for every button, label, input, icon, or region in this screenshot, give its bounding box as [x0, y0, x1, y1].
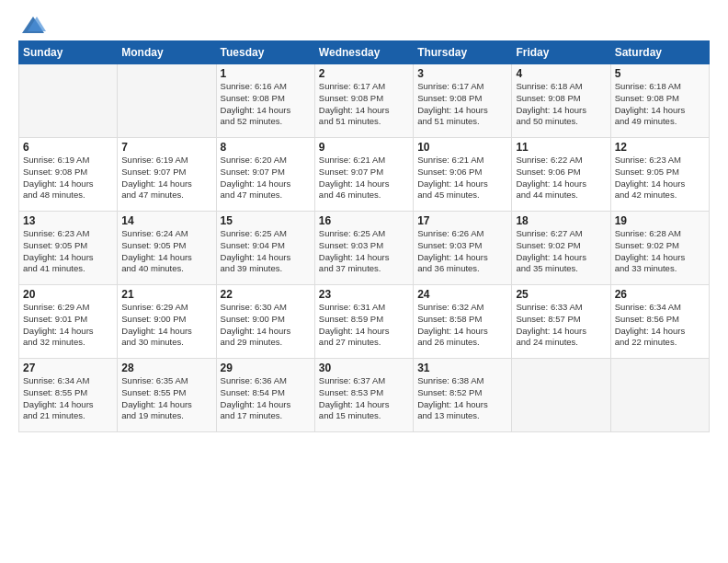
day-number: 14 — [121, 214, 211, 227]
day-number: 2 — [319, 67, 409, 80]
day-info: Sunrise: 6:18 AM Sunset: 9:08 PM Dayligh… — [516, 81, 606, 128]
calendar-day-cell: 13Sunrise: 6:23 AM Sunset: 9:05 PM Dayli… — [19, 212, 118, 285]
day-number: 27 — [23, 362, 113, 374]
calendar-day-cell: 19Sunrise: 6:28 AM Sunset: 9:02 PM Dayli… — [610, 212, 709, 285]
calendar-day-cell: 1Sunrise: 6:16 AM Sunset: 9:08 PM Daylig… — [216, 64, 314, 138]
day-number: 5 — [615, 67, 705, 80]
day-number: 9 — [319, 141, 409, 154]
day-info: Sunrise: 6:19 AM Sunset: 9:08 PM Dayligh… — [23, 155, 113, 201]
calendar-day-cell: 5Sunrise: 6:18 AM Sunset: 9:08 PM Daylig… — [610, 64, 709, 138]
weekday-header: Sunday — [19, 41, 118, 64]
day-info: Sunrise: 6:21 AM Sunset: 9:06 PM Dayligh… — [417, 155, 507, 201]
calendar-day-cell: 12Sunrise: 6:23 AM Sunset: 9:05 PM Dayli… — [610, 138, 709, 212]
day-info: Sunrise: 6:33 AM Sunset: 8:57 PM Dayligh… — [516, 302, 606, 349]
day-info: Sunrise: 6:37 AM Sunset: 8:53 PM Dayligh… — [319, 375, 409, 422]
calendar-week-row: 6Sunrise: 6:19 AM Sunset: 9:08 PM Daylig… — [19, 138, 710, 212]
day-number: 6 — [23, 141, 113, 154]
day-number: 28 — [121, 362, 211, 374]
calendar-day-cell: 10Sunrise: 6:21 AM Sunset: 9:06 PM Dayli… — [414, 138, 512, 212]
day-number: 17 — [417, 214, 507, 227]
day-info: Sunrise: 6:17 AM Sunset: 9:08 PM Dayligh… — [319, 81, 409, 128]
calendar-day-cell: 24Sunrise: 6:32 AM Sunset: 8:58 PM Dayli… — [414, 285, 512, 359]
day-number: 31 — [417, 362, 507, 374]
calendar-day-cell: 29Sunrise: 6:36 AM Sunset: 8:54 PM Dayli… — [216, 359, 314, 432]
day-info: Sunrise: 6:31 AM Sunset: 8:59 PM Dayligh… — [319, 302, 409, 349]
calendar-day-cell: 22Sunrise: 6:30 AM Sunset: 9:00 PM Dayli… — [216, 285, 314, 359]
day-info: Sunrise: 6:24 AM Sunset: 9:05 PM Dayligh… — [121, 228, 211, 275]
day-number: 13 — [23, 214, 113, 227]
calendar-day-cell: 26Sunrise: 6:34 AM Sunset: 8:56 PM Dayli… — [610, 285, 709, 359]
calendar-day-cell: 6Sunrise: 6:19 AM Sunset: 9:08 PM Daylig… — [19, 138, 118, 212]
day-info: Sunrise: 6:38 AM Sunset: 8:52 PM Dayligh… — [417, 375, 507, 422]
calendar-day-cell: 14Sunrise: 6:24 AM Sunset: 9:05 PM Dayli… — [118, 212, 216, 285]
calendar-day-cell: 2Sunrise: 6:17 AM Sunset: 9:08 PM Daylig… — [314, 64, 413, 138]
calendar-day-cell: 7Sunrise: 6:19 AM Sunset: 9:07 PM Daylig… — [118, 138, 216, 212]
weekday-header: Thursday — [414, 41, 512, 64]
calendar-day-cell: 8Sunrise: 6:20 AM Sunset: 9:07 PM Daylig… — [216, 138, 314, 212]
weekday-header: Tuesday — [216, 41, 314, 64]
day-info: Sunrise: 6:36 AM Sunset: 8:54 PM Dayligh… — [221, 375, 311, 422]
page-header — [18, 15, 710, 31]
day-info: Sunrise: 6:30 AM Sunset: 9:00 PM Dayligh… — [221, 302, 311, 349]
day-number: 8 — [221, 141, 311, 154]
calendar-day-cell: 4Sunrise: 6:18 AM Sunset: 9:08 PM Daylig… — [512, 64, 610, 138]
day-info: Sunrise: 6:35 AM Sunset: 8:55 PM Dayligh… — [121, 375, 211, 422]
day-number: 24 — [417, 288, 507, 301]
calendar-week-row: 1Sunrise: 6:16 AM Sunset: 9:08 PM Daylig… — [19, 64, 710, 138]
day-info: Sunrise: 6:19 AM Sunset: 9:07 PM Dayligh… — [121, 155, 211, 201]
calendar-day-cell: 30Sunrise: 6:37 AM Sunset: 8:53 PM Dayli… — [314, 359, 413, 432]
day-number: 21 — [121, 288, 211, 301]
calendar-day-cell — [512, 359, 610, 432]
day-info: Sunrise: 6:22 AM Sunset: 9:06 PM Dayligh… — [516, 155, 606, 201]
day-info: Sunrise: 6:16 AM Sunset: 9:08 PM Dayligh… — [221, 81, 311, 128]
calendar-header-row: SundayMondayTuesdayWednesdayThursdayFrid… — [19, 41, 710, 64]
day-number: 10 — [417, 141, 507, 154]
page-container: SundayMondayTuesdayWednesdayThursdayFrid… — [0, 0, 728, 563]
calendar-day-cell — [118, 64, 216, 138]
day-info: Sunrise: 6:29 AM Sunset: 9:01 PM Dayligh… — [23, 302, 113, 349]
calendar-day-cell: 17Sunrise: 6:26 AM Sunset: 9:03 PM Dayli… — [414, 212, 512, 285]
day-info: Sunrise: 6:34 AM Sunset: 8:56 PM Dayligh… — [615, 302, 705, 349]
calendar-day-cell: 23Sunrise: 6:31 AM Sunset: 8:59 PM Dayli… — [314, 285, 413, 359]
day-number: 26 — [615, 288, 705, 301]
calendar-day-cell — [610, 359, 709, 432]
day-info: Sunrise: 6:17 AM Sunset: 9:08 PM Dayligh… — [417, 81, 507, 128]
day-number: 30 — [319, 362, 409, 374]
calendar-day-cell: 25Sunrise: 6:33 AM Sunset: 8:57 PM Dayli… — [512, 285, 610, 359]
calendar-day-cell: 21Sunrise: 6:29 AM Sunset: 9:00 PM Dayli… — [118, 285, 216, 359]
day-info: Sunrise: 6:21 AM Sunset: 9:07 PM Dayligh… — [319, 155, 409, 201]
calendar-week-row: 27Sunrise: 6:34 AM Sunset: 8:55 PM Dayli… — [19, 359, 710, 432]
weekday-header: Wednesday — [314, 41, 413, 64]
day-info: Sunrise: 6:23 AM Sunset: 9:05 PM Dayligh… — [615, 155, 705, 201]
calendar-day-cell: 11Sunrise: 6:22 AM Sunset: 9:06 PM Dayli… — [512, 138, 610, 212]
day-info: Sunrise: 6:28 AM Sunset: 9:02 PM Dayligh… — [615, 228, 705, 275]
day-number: 22 — [221, 288, 311, 301]
day-info: Sunrise: 6:32 AM Sunset: 8:58 PM Dayligh… — [417, 302, 507, 349]
day-info: Sunrise: 6:25 AM Sunset: 9:04 PM Dayligh… — [221, 228, 311, 275]
day-number: 23 — [319, 288, 409, 301]
day-info: Sunrise: 6:23 AM Sunset: 9:05 PM Dayligh… — [23, 228, 113, 275]
calendar-week-row: 20Sunrise: 6:29 AM Sunset: 9:01 PM Dayli… — [19, 285, 710, 359]
weekday-header: Friday — [512, 41, 610, 64]
calendar-day-cell: 16Sunrise: 6:25 AM Sunset: 9:03 PM Dayli… — [314, 212, 413, 285]
calendar-day-cell: 20Sunrise: 6:29 AM Sunset: 9:01 PM Dayli… — [19, 285, 118, 359]
calendar-day-cell: 15Sunrise: 6:25 AM Sunset: 9:04 PM Dayli… — [216, 212, 314, 285]
day-info: Sunrise: 6:34 AM Sunset: 8:55 PM Dayligh… — [23, 375, 113, 422]
logo-icon — [20, 15, 46, 35]
calendar-day-cell: 27Sunrise: 6:34 AM Sunset: 8:55 PM Dayli… — [19, 359, 118, 432]
day-number: 4 — [516, 67, 606, 80]
day-info: Sunrise: 6:20 AM Sunset: 9:07 PM Dayligh… — [221, 155, 311, 201]
day-number: 18 — [516, 214, 606, 227]
day-info: Sunrise: 6:26 AM Sunset: 9:03 PM Dayligh… — [417, 228, 507, 275]
day-number: 29 — [221, 362, 311, 374]
calendar-table: SundayMondayTuesdayWednesdayThursdayFrid… — [18, 40, 710, 432]
calendar-day-cell: 9Sunrise: 6:21 AM Sunset: 9:07 PM Daylig… — [314, 138, 413, 212]
day-number: 19 — [615, 214, 705, 227]
weekday-header: Monday — [118, 41, 216, 64]
day-info: Sunrise: 6:27 AM Sunset: 9:02 PM Dayligh… — [516, 228, 606, 275]
calendar-week-row: 13Sunrise: 6:23 AM Sunset: 9:05 PM Dayli… — [19, 212, 710, 285]
calendar-day-cell: 31Sunrise: 6:38 AM Sunset: 8:52 PM Dayli… — [414, 359, 512, 432]
day-info: Sunrise: 6:29 AM Sunset: 9:00 PM Dayligh… — [121, 302, 211, 349]
logo — [18, 15, 46, 31]
calendar-day-cell: 18Sunrise: 6:27 AM Sunset: 9:02 PM Dayli… — [512, 212, 610, 285]
